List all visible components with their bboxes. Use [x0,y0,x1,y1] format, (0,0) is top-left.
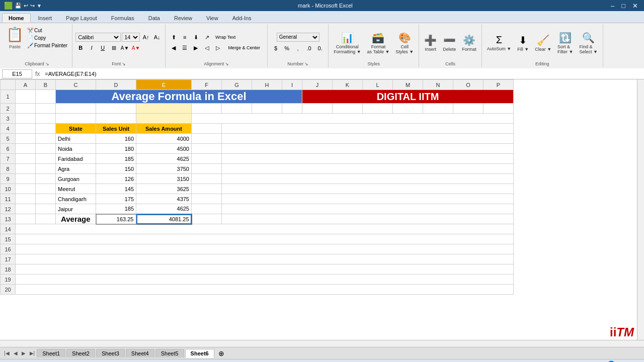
col-header-E[interactable]: E [136,80,192,90]
cell-F9[interactable] [192,174,222,184]
sheet-tab-3[interactable]: Sheet3 [96,349,125,357]
cell-state-meerut[interactable]: Meerut [56,184,96,194]
cell-avg-label[interactable]: Average [56,214,96,224]
tab-page-layout[interactable]: Page Layout [59,13,104,23]
col-header-K[interactable]: K [333,80,363,90]
cell-B8[interactable] [36,164,56,174]
cell-amount-noida[interactable]: 4500 [136,144,192,154]
quick-access-more[interactable]: ▼ [37,3,42,9]
cell-F11[interactable] [192,194,222,204]
cell-F8[interactable] [192,164,222,174]
alignment-expand[interactable]: ↘ [225,61,229,66]
sheet-nav-first[interactable]: |◀ [2,349,12,357]
sheet-nav-prev[interactable]: ◀ [12,349,20,357]
cell-B10[interactable] [36,184,56,194]
close-btn[interactable]: ✕ [630,2,640,10]
cell-amount-jaipur[interactable]: 4625 [136,204,192,214]
cell-state-noida[interactable]: Noida [56,144,96,154]
cell-A12[interactable] [16,204,36,214]
col-header-L[interactable]: L [363,80,393,90]
percent-btn[interactable]: % [282,44,292,53]
maximize-btn[interactable]: □ [619,2,627,10]
increase-font-btn[interactable]: A↑ [141,33,151,42]
merge-center-btn[interactable]: Merge & Center [224,43,264,52]
cell-state-agra[interactable]: Agra [56,164,96,174]
col-header-D[interactable]: D [96,80,136,90]
paste-button[interactable]: 📋 [5,25,25,44]
cell-K2[interactable] [333,104,363,114]
cell-E3[interactable] [136,114,192,124]
fill-btn[interactable]: ⬇ Fill ▼ [515,33,531,53]
cell-avg-amount[interactable]: 4081.25 [136,214,192,224]
sheet-tab-1[interactable]: Sheet1 [37,349,65,357]
autosum-btn[interactable]: Σ AutoSum ▼ [485,33,513,52]
cell-B6[interactable] [36,144,56,154]
quick-save[interactable]: 💾 [15,3,22,9]
decrease-decimal-btn[interactable]: 0. [315,44,325,53]
increase-decimal-btn[interactable]: .0 [304,44,314,53]
cell-A1[interactable] [16,90,36,104]
tab-formulas[interactable]: Formulas [105,13,141,23]
cell-unit-gurgoan[interactable]: 126 [96,174,136,184]
cell-B5[interactable] [36,134,56,144]
text-angle-btn[interactable]: ↗ [202,33,212,42]
cell-reference-box[interactable] [2,69,32,78]
col-header-O[interactable]: O [453,80,484,90]
fx-icon[interactable]: fx [34,70,41,77]
cell-E2[interactable] [136,104,192,114]
cell-B13[interactable] [36,214,56,224]
sheet-tab-6[interactable]: Sheet6 [185,349,214,358]
cell-styles-btn[interactable]: 🎨 CellStyles ▼ [393,31,416,55]
cell-amount-faridabad[interactable]: 4625 [136,154,192,164]
cell-A7[interactable] [16,154,36,164]
insert-sheet-btn[interactable]: ⊕ [215,348,227,358]
cell-A2[interactable] [16,104,36,114]
align-left-btn[interactable]: ◀ [169,43,179,52]
cell-H2[interactable] [252,104,282,114]
vertical-scrollbar[interactable] [637,79,644,340]
cell-B12[interactable] [36,204,56,214]
cell-amount-delhi[interactable]: 4000 [136,134,192,144]
cut-button[interactable]: ✂️ Cut [26,27,69,34]
cell-I2[interactable] [282,104,302,114]
cell-B11[interactable] [36,194,56,204]
cell-A8[interactable] [16,164,36,174]
clear-btn[interactable]: 🧹 Clear ▼ [533,33,553,53]
col-header-A[interactable]: A [16,80,36,90]
increase-indent-btn[interactable]: ▷ [213,43,223,52]
cell-F12[interactable] [192,204,222,214]
cell-A10[interactable] [16,184,36,194]
sheet-tab-5[interactable]: Sheet5 [155,349,184,357]
col-header-I[interactable]: I [282,80,302,90]
tab-data[interactable]: Data [142,13,167,23]
zoom-slider[interactable] [600,360,640,363]
cell-A6[interactable] [16,144,36,154]
align-right-btn[interactable]: ▶ [191,43,201,52]
col-header-P[interactable]: P [484,80,514,90]
tab-home[interactable]: Home [2,13,31,23]
font-size-select[interactable]: 14 [122,33,140,42]
tab-addins[interactable]: Add-Ins [226,13,258,23]
cell-unit-jaipur[interactable]: 185 [96,204,136,214]
copy-button[interactable]: 📄 Copy [26,35,69,41]
tab-review[interactable]: Review [168,13,199,23]
redo-btn[interactable]: ↪ [30,3,35,9]
grid-scroll[interactable]: A B C D E F G H I J K L M N O P [0,79,637,340]
cell-unit-agra[interactable]: 150 [96,164,136,174]
cell-B7[interactable] [36,154,56,164]
cell-C2[interactable] [56,104,96,114]
tab-insert[interactable]: Insert [32,13,59,23]
cell-B4[interactable] [36,124,56,134]
align-top-btn[interactable]: ⬆ [169,33,179,42]
cell-A3[interactable] [16,114,36,124]
horizontal-scrollbar[interactable] [0,340,644,347]
cell-J2[interactable] [302,104,333,114]
cell-F2[interactable] [192,104,222,114]
header-state[interactable]: State [56,124,96,134]
cell-F5[interactable] [192,134,222,144]
insert-btn[interactable]: ➕ Insert [422,33,439,53]
brand-cell[interactable]: DIGITAL IITM [302,90,514,104]
decrease-indent-btn[interactable]: ◁ [202,43,212,52]
number-expand[interactable]: ↘ [304,61,308,66]
conditional-formatting-btn[interactable]: 📊 ConditionalFormatting ▼ [332,31,363,55]
